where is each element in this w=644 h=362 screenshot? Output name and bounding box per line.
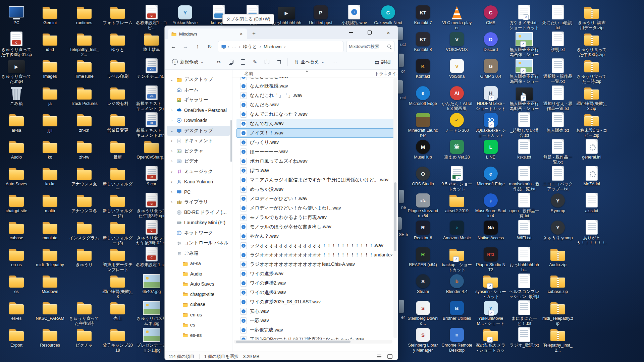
maximize-button[interactable] bbox=[360, 26, 379, 39]
desktop-icon[interactable]: VVoiSona bbox=[441, 58, 473, 79]
desktop-icon[interactable]: sfzPlogue sforzando x64 bbox=[407, 192, 439, 219]
file-row[interactable]: ♪めっちゃ没.wav bbox=[236, 185, 394, 194]
desktop-icon[interactable]: 筆筆まめ Ver.28 bbox=[441, 138, 473, 160]
desktop-icon[interactable]: C名称未設定 1.cpr bbox=[136, 246, 168, 267]
desktop-icon[interactable]: ♪小銭諸払.wav bbox=[338, 4, 370, 25]
desktop-icon[interactable]: 無題 - 親作品一覧.txt bbox=[542, 138, 574, 165]
desktop-icon[interactable]: MMuseHub bbox=[407, 138, 439, 160]
desktop-icon[interactable]: manisekarin - 親作品一覧.txt bbox=[508, 165, 540, 192]
close-button[interactable]: × bbox=[379, 26, 398, 39]
file-row[interactable]: ♪王道J-POPのつもりがほぼ吹奏楽になっちゃった.wav bbox=[236, 335, 394, 340]
sidebar-item-chatgpt-site[interactable]: chatgpt-site bbox=[167, 289, 230, 300]
desktop-icon[interactable]: chatgpt-site bbox=[0, 192, 33, 214]
desktop-icon[interactable]: インスタグラム bbox=[68, 219, 100, 241]
file-row[interactable]: ♪モノラルのほうが幸せな書き出し.wav bbox=[236, 222, 394, 232]
desktop-icon[interactable]: KTKontakt 7 bbox=[407, 4, 439, 25]
occluded-desktop-icon[interactable]: ne bbox=[401, 205, 406, 210]
desktop-icon[interactable]: airset2-2019 bbox=[441, 192, 473, 214]
tab-close-icon[interactable]: × bbox=[238, 31, 245, 37]
desktop-icon[interactable]: general.ini bbox=[576, 138, 608, 160]
file-row[interactable]: ♪ぼつ.wav bbox=[236, 166, 394, 175]
breadcrumb-item[interactable]: … bbox=[230, 43, 238, 50]
desktop-icon[interactable]: ja bbox=[34, 85, 66, 106]
desktop-icon[interactable]: ksks.txt bbox=[508, 138, 540, 160]
sidebar-item--[interactable]: ›ビデオ bbox=[167, 156, 230, 167]
desktop-icon[interactable]: 調声練習(失敗)_3 bbox=[102, 273, 134, 299]
paste-button[interactable] bbox=[238, 57, 248, 67]
desktop-icon[interactable]: midi_Telepathy bbox=[34, 246, 66, 267]
file-row[interactable]: ♪メロディーがひどい！から使いまわし.wav bbox=[236, 203, 394, 213]
desktop-icon[interactable]: GGIMP 3.0.4 bbox=[475, 58, 507, 79]
details-toggle-button[interactable]: ▤ 詳細 bbox=[371, 57, 394, 67]
desktop-icon[interactable]: ▶↗無人販売不正行為動画 - ショートカット bbox=[508, 85, 540, 112]
forward-button[interactable]: → bbox=[180, 41, 191, 52]
sidebar-item-en-us[interactable]: en-us bbox=[167, 310, 230, 320]
file-row[interactable]: ♪なんでなん.wav bbox=[236, 119, 394, 128]
desktop-icon[interactable]: eMicrosoft Edge bbox=[475, 165, 507, 187]
file-row[interactable]: ♪一応仮完成.wav bbox=[236, 325, 394, 335]
copy-button[interactable] bbox=[226, 57, 236, 67]
sidebar-item--[interactable]: ›ライブラリ bbox=[167, 197, 230, 207]
breadcrumb-item[interactable]: Mixdown bbox=[262, 43, 283, 50]
sidebar-item--[interactable]: ›ドキュメント bbox=[167, 136, 230, 146]
desktop-icon[interactable]: _起動しない場合.txt bbox=[508, 112, 540, 138]
desktop-icon[interactable]: Export bbox=[0, 326, 33, 348]
desktop-icon[interactable]: きゅうり_調声用データ.zip bbox=[576, 4, 608, 31]
desktop-icon[interactable]: ゆうと bbox=[102, 31, 134, 52]
column-header-name[interactable]: 名前 bbox=[245, 71, 253, 77]
file-row[interactable]: ♪ほーーーーー.wav bbox=[236, 147, 394, 157]
scrollbar-thumb[interactable] bbox=[394, 182, 396, 251]
desktop-icon[interactable]: 路上駐車 bbox=[136, 31, 168, 52]
desktop-icon[interactable]: SSteam bbox=[407, 273, 439, 294]
desktop-icon[interactable]: 営業日変更 bbox=[102, 112, 134, 133]
desktop-icon[interactable]: 名称未設定1 - コピー.zip bbox=[576, 112, 608, 138]
desktop-icon[interactable]: 65407.jpg bbox=[136, 273, 168, 294]
file-row[interactable]: ♪ラジオオオオオオオオオオオオオfeat.Chis-A.wav bbox=[236, 260, 394, 269]
desktop-icon[interactable]: BBrother Utilities bbox=[441, 300, 473, 321]
desktop-icon[interactable]: es bbox=[0, 273, 33, 294]
desktop-icon[interactable]: maniuta bbox=[34, 219, 66, 241]
desktop-icon[interactable]: Cきゅうり食ってた午後3時-02.cpr bbox=[136, 219, 168, 246]
desktop-icon[interactable]: zh-cn bbox=[68, 112, 100, 133]
desktop-icon[interactable]: 通知りぜえ - 親作品一覧.txt bbox=[542, 85, 574, 111]
file-row[interactable]: ♪メロディーがひどい！.wav bbox=[236, 194, 394, 203]
desktop-icon[interactable]: フォトフレーム bbox=[102, 4, 134, 25]
new-tab-button[interactable]: ＋ bbox=[249, 29, 259, 38]
sidebar-item--[interactable]: ごみ箱 bbox=[167, 248, 230, 259]
sidebar-item-audio[interactable]: Audio bbox=[167, 269, 230, 279]
desktop-icon[interactable]: H↗HDDFMT.exe - ショートカット bbox=[475, 85, 507, 111]
desktop-icon[interactable]: C9.cpr bbox=[136, 165, 168, 187]
desktop-icon[interactable]: Track Pictures bbox=[68, 85, 100, 106]
desktop-icon[interactable]: midi_Telepathy.zip bbox=[542, 300, 574, 326]
occluded-desktop-icon[interactable]: ect bbox=[400, 96, 406, 100]
file-row[interactable]: ♪ラジオオオオオオオオオオオオオ！！！！！！！！！！！andanteバージョン.… bbox=[236, 250, 394, 260]
desktop-icon[interactable]: Yきゅうり.ymmp bbox=[542, 219, 574, 241]
sidebar-scrollbar[interactable] bbox=[230, 120, 232, 162]
file-row[interactable]: ♪ワイの進捗3.wav bbox=[236, 288, 394, 297]
desktop-icon[interactable]: runtimes bbox=[68, 4, 100, 25]
sort-button[interactable]: ⇅ 並べ替え ⌄ bbox=[291, 57, 327, 67]
file-row[interactable]: ♪こことここと.wav bbox=[236, 77, 394, 81]
desktop-icon[interactable]: ≡Chrome Remote Desktop bbox=[441, 326, 473, 353]
desktop-icon[interactable]: RREAPER (x64) bbox=[407, 246, 439, 267]
file-row[interactable]: ♪モノラルでもわかるように再現.wav bbox=[236, 213, 394, 222]
desktop-icon[interactable]: cubase.zip bbox=[542, 273, 574, 294]
desktop-icon[interactable]: Y↗YukkuriMovieM... - ショートカット bbox=[475, 300, 507, 326]
desktop-icon[interactable]: 説明.txt bbox=[542, 31, 574, 52]
desktop-icon[interactable]: ピクチャ bbox=[68, 326, 100, 348]
file-row[interactable]: ♪マニアさんラジオ配信まだですか？中身には関係ないけど。.wav bbox=[236, 175, 394, 185]
desktop-icon[interactable]: Minecraft Launcher bbox=[407, 112, 439, 138]
minimize-button[interactable] bbox=[341, 26, 360, 39]
desktop-icon[interactable]: ↗無人販売不正行為画像 - ショートカット bbox=[508, 58, 540, 84]
breadcrumb-item[interactable]: ゆうと bbox=[241, 43, 259, 51]
scrollbar-thumb[interactable] bbox=[236, 341, 351, 343]
desktop-icon[interactable]: NKSC_PARAM bbox=[34, 300, 66, 321]
desktop-icon[interactable]: Cきゅうり食ってた午後3時-01.cpr bbox=[0, 31, 33, 58]
desktop-icon[interactable]: Telepathy_Inst_2... bbox=[68, 31, 100, 57]
sidebar-item-pc[interactable]: ›PC bbox=[167, 187, 230, 197]
desktop-icon[interactable]: es-es bbox=[0, 300, 33, 321]
desktop-icon[interactable]: きゅうりバズりムネ.jpg bbox=[136, 300, 168, 326]
sidebar-item-launchkey-mini-f-[interactable]: Launchkey Mini (F:) bbox=[167, 218, 230, 228]
desktop-icon[interactable]: Gemini bbox=[34, 4, 66, 25]
occluded-desktop-icon[interactable]: uct bbox=[400, 42, 406, 47]
